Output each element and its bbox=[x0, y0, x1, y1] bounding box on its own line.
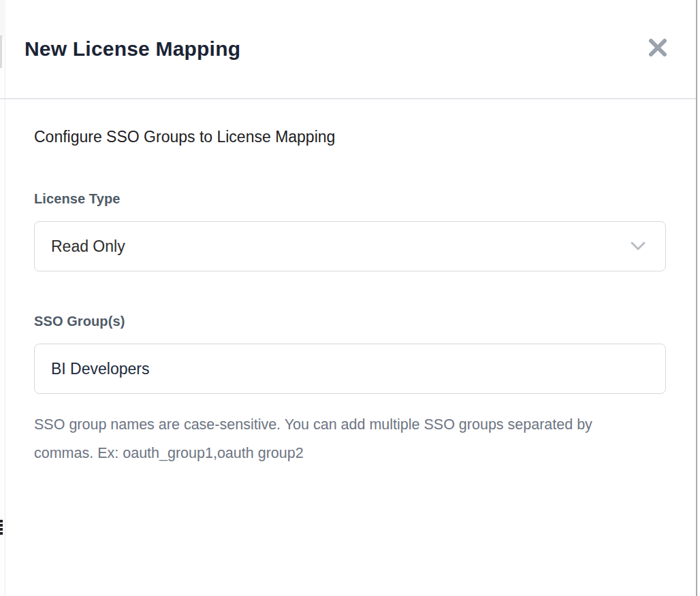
new-license-mapping-modal: New License Mapping Configure SSO Groups… bbox=[6, 0, 696, 596]
license-type-field-group: License Type Read Only bbox=[34, 191, 666, 271]
clipped-text-dash bbox=[0, 520, 3, 523]
page: New License Mapping Configure SSO Groups… bbox=[0, 0, 700, 596]
sso-groups-helper-text: SSO group names are case-sensitive. You … bbox=[34, 410, 599, 467]
close-button[interactable] bbox=[644, 34, 671, 61]
background-clipped-text-fragment bbox=[0, 520, 3, 536]
modal-header: New License Mapping bbox=[6, 0, 696, 98]
clipped-text-dash bbox=[0, 528, 3, 531]
modal-title: New License Mapping bbox=[25, 37, 240, 61]
license-type-selected-value: Read Only bbox=[51, 237, 125, 256]
close-icon bbox=[648, 37, 668, 58]
sso-groups-label: SSO Group(s) bbox=[34, 314, 666, 329]
sso-groups-field-group: SSO Group(s) SSO group names are case-se… bbox=[34, 314, 666, 467]
modal-subtitle: Configure SSO Groups to License Mapping bbox=[34, 128, 666, 146]
background-page-fragment-top bbox=[0, 0, 5, 39]
background-right-strip bbox=[697, 0, 700, 596]
background-page-strip bbox=[0, 0, 5, 596]
license-type-select[interactable]: Read Only bbox=[34, 221, 666, 271]
modal-body: Configure SSO Groups to License Mapping … bbox=[6, 98, 696, 467]
background-page-fragment-mark bbox=[0, 35, 2, 68]
chevron-down-icon bbox=[630, 241, 649, 252]
clipped-text-dash bbox=[0, 532, 3, 535]
license-type-label: License Type bbox=[34, 191, 666, 207]
sso-groups-input[interactable] bbox=[34, 344, 666, 394]
clipped-text-dash bbox=[0, 524, 3, 527]
header-divider bbox=[0, 98, 696, 99]
